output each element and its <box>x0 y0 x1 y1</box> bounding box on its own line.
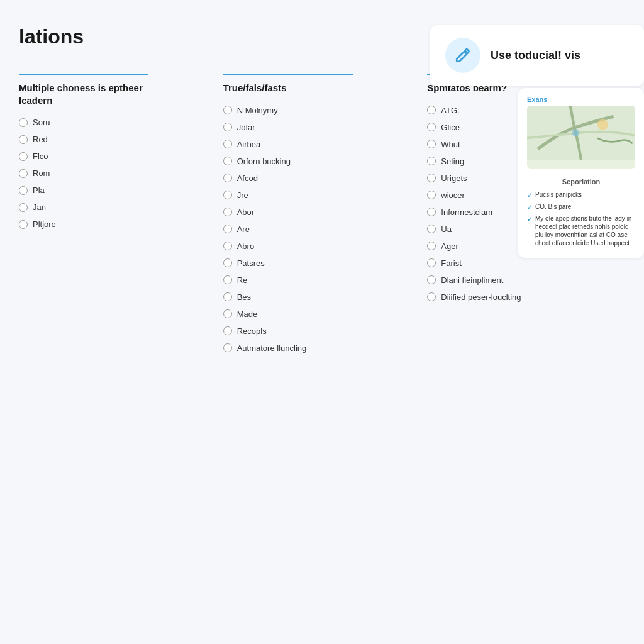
list-item[interactable]: N Molnymy <box>223 106 409 115</box>
radio-circle <box>223 292 232 301</box>
right-panel-item: ✓My ole apopistions buto the lady in hec… <box>527 214 635 247</box>
svg-point-1 <box>597 119 608 130</box>
list-item-label: Informestciam <box>441 208 492 217</box>
list-item-label: Afcod <box>237 174 258 183</box>
radio-circle <box>427 174 436 182</box>
list-item-label: Pla <box>33 186 45 195</box>
list-item[interactable]: Jre <box>223 191 409 200</box>
radio-circle <box>223 106 232 114</box>
list-item-label: Rom <box>33 169 50 178</box>
list-item[interactable]: Farist <box>427 258 613 268</box>
list-item-label: N Molnymy <box>237 106 278 115</box>
list-item[interactable]: Airbea <box>223 140 409 149</box>
radio-circle <box>427 191 436 199</box>
radio-circle <box>19 203 28 212</box>
radio-circle <box>19 135 28 144</box>
list-item[interactable]: Diiified peser-louclting <box>427 292 613 302</box>
list-item[interactable]: Rom <box>19 169 204 178</box>
list-item-label: Re <box>237 275 248 285</box>
map-svg <box>527 106 635 160</box>
list-item-label: Abor <box>237 208 254 217</box>
radio-circle <box>19 169 28 178</box>
radio-circle <box>223 225 232 233</box>
pencil-icon-circle <box>445 38 480 73</box>
right-panel-item: ✓CO. Bis pare <box>527 203 635 211</box>
list-item[interactable]: Jan <box>19 203 204 212</box>
check-icon: ✓ <box>527 215 532 223</box>
radio-circle <box>427 123 436 131</box>
list-item-label: Ua <box>441 225 452 234</box>
radio-circle <box>19 118 28 127</box>
list-item-label: Orforn bucking <box>237 157 291 166</box>
list-item[interactable]: Bes <box>223 292 409 302</box>
list-item-label: wiocer <box>441 191 465 200</box>
list-item[interactable]: Soru <box>19 118 204 127</box>
radio-circle <box>19 152 28 161</box>
list-item[interactable]: Afcod <box>223 174 409 183</box>
list-item-label: Made <box>237 309 258 319</box>
radio-circle <box>223 191 232 199</box>
list-item[interactable]: Pla <box>19 186 204 195</box>
radio-circle <box>223 343 232 352</box>
right-panel-item-text: CO. Bis pare <box>535 203 571 211</box>
list-item[interactable]: Are <box>223 225 409 234</box>
list-item[interactable]: Re <box>223 275 409 285</box>
list-item[interactable]: Abro <box>223 242 409 251</box>
list-item[interactable]: Abor <box>223 208 409 217</box>
radio-circle <box>223 208 232 216</box>
list-item[interactable]: Jofar <box>223 123 409 132</box>
radio-circle <box>427 292 436 301</box>
list-item[interactable]: Patsres <box>223 258 409 268</box>
list-item[interactable]: Recopls <box>223 326 409 336</box>
radio-circle <box>427 225 436 233</box>
radio-circle <box>223 174 232 182</box>
list-item[interactable]: Flco <box>19 152 204 161</box>
radio-circle <box>427 275 436 284</box>
list-item-label: Whut <box>441 140 460 149</box>
column-2: True/fals/fasts N MolnymyJofarAirbeaOrfo… <box>217 74 421 360</box>
radio-circle <box>427 140 436 148</box>
check-icon: ✓ <box>527 191 532 199</box>
radio-circle <box>223 123 232 131</box>
radio-circle <box>223 258 232 267</box>
list-item-label: Are <box>237 225 250 234</box>
list-item-label: ATG: <box>441 106 459 115</box>
list-item-label: Pltjore <box>33 219 56 229</box>
list-item-label: Ager <box>441 242 458 251</box>
list-item[interactable]: Dlani fieinpliment <box>427 275 613 285</box>
list-item-label: Diiified peser-louclting <box>441 292 521 302</box>
list-item-label: Glice <box>441 123 460 132</box>
list-item[interactable]: Autmatore lluncling <box>223 343 409 353</box>
map-visual <box>527 106 635 169</box>
panel-subtitle: Seporlation <box>527 174 635 186</box>
radio-circle <box>427 157 436 165</box>
radio-circle <box>223 242 232 250</box>
list-item-label: Red <box>33 135 48 144</box>
column-1-list: SoruRedFlcoRomPlaJanPltjore <box>19 118 204 229</box>
map-label: Exans <box>527 96 635 103</box>
radio-circle <box>19 220 28 229</box>
list-item-label: Abro <box>237 242 254 251</box>
list-item-label: Jre <box>237 191 248 200</box>
right-panel-item: ✓Pucsis panipicks <box>527 191 635 199</box>
list-item-label: Flco <box>33 152 48 161</box>
list-item[interactable]: Orforn bucking <box>223 157 409 166</box>
list-item[interactable]: Red <box>19 135 204 144</box>
list-item-label: Patsres <box>237 258 265 268</box>
radio-circle <box>223 157 232 165</box>
list-item[interactable]: Pltjore <box>19 219 204 229</box>
radio-circle <box>427 242 436 250</box>
radio-circle <box>223 140 232 148</box>
radio-circle <box>427 208 436 216</box>
list-item-label: Soru <box>33 118 50 127</box>
list-item-label: Seting <box>441 157 464 166</box>
radio-circle <box>223 275 232 284</box>
right-panel-item-text: Pucsis panipicks <box>535 191 582 199</box>
column-1-header: Multiple choness is eptheer lcadern <box>19 74 148 106</box>
list-item-label: Jan <box>33 203 46 212</box>
column-2-header: True/fals/fasts <box>223 74 353 94</box>
list-item[interactable]: Made <box>223 309 409 319</box>
right-panel: Exans Seporlation ✓Pucsis panipicks✓CO. … <box>518 88 644 258</box>
column-2-list: N MolnymyJofarAirbeaOrforn buckingAfcodJ… <box>223 106 409 353</box>
list-item-label: Airbea <box>237 140 261 149</box>
